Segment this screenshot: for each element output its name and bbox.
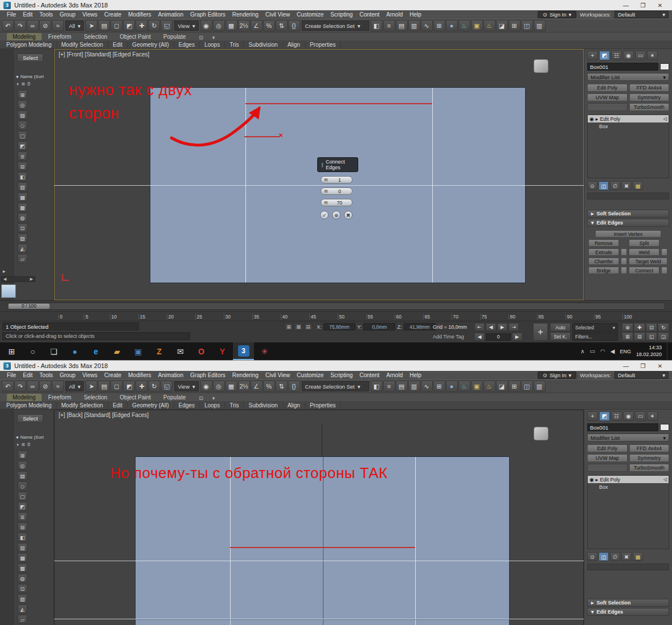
taskbar-store-icon[interactable]: ▣	[128, 342, 149, 360]
next-frame-button[interactable]: ▶	[512, 333, 522, 341]
object-color-swatch[interactable]	[660, 63, 669, 70]
taskbar-opera-icon[interactable]: O	[191, 342, 212, 360]
explorer-icon[interactable]: ◩	[18, 502, 27, 511]
minimize-button[interactable]: —	[617, 363, 634, 369]
toolbar-icon[interactable]: {}	[288, 381, 300, 392]
explorer-icon[interactable]: ▦	[18, 553, 27, 562]
show-end-result-icon[interactable]: ◫	[599, 552, 609, 561]
toolbar-icon[interactable]: ▥	[408, 20, 420, 31]
explorer-icon[interactable]: ◧	[18, 172, 27, 181]
menu-item[interactable]: Arnold	[383, 11, 406, 18]
explorer-icon[interactable]: ▥	[18, 543, 27, 552]
toolbar-icon[interactable]: ◱	[161, 381, 173, 392]
caddy-pinch-field[interactable]: ▤ 0	[321, 187, 353, 195]
menu-item[interactable]: Animation	[155, 11, 187, 18]
modifier-list-dropdown[interactable]: Modifier List ▾	[587, 73, 669, 81]
material-editor-icon[interactable]: ●	[446, 381, 458, 392]
menu-item[interactable]: Create	[101, 11, 125, 18]
modify-tab-icon[interactable]: ◩	[599, 51, 610, 60]
x-coordinate-field[interactable]: 75,80mm	[323, 323, 355, 330]
create-tab-icon[interactable]: +	[587, 411, 598, 421]
toolbar-icon[interactable]: ▤	[396, 381, 408, 392]
toolbar-icon[interactable]: ↻	[148, 20, 160, 31]
toolbar-icon[interactable]: ▤	[396, 20, 408, 31]
explorer-icon[interactable]: ▤	[18, 111, 27, 120]
viewcube[interactable]	[534, 427, 548, 440]
hierarchy-tab-icon[interactable]: ☷	[611, 411, 622, 421]
menu-item[interactable]: Rendering	[229, 11, 262, 18]
ribbon-group[interactable]: Tris	[225, 42, 244, 48]
select-header[interactable]: Select	[17, 414, 43, 423]
modifier-button-edit-poly[interactable]: Edit Poly	[587, 84, 628, 92]
tray-volume-icon[interactable]: ◀	[610, 348, 615, 354]
show-end-result-icon[interactable]: ◫	[599, 181, 609, 190]
menu-item[interactable]: Scripting	[327, 372, 356, 378]
pin-stack-icon[interactable]: ⊙	[587, 552, 597, 561]
display-tab-icon[interactable]: ▭	[635, 411, 646, 421]
toolbar-icon[interactable]: %	[263, 20, 275, 31]
modifier-button-symmetry[interactable]: Symmetry	[629, 93, 670, 101]
explorer-icon[interactable]: ▩	[18, 563, 27, 573]
header-icon[interactable]: ◑	[16, 442, 19, 447]
make-unique-icon[interactable]: ∅	[610, 181, 620, 190]
ribbon-tab-selection[interactable]: Selection	[78, 33, 113, 40]
toolbar-icon[interactable]: 2½	[238, 381, 250, 392]
ribbon-group[interactable]: Polygon Modeling	[2, 42, 57, 48]
explorer-icon[interactable]: ▢	[18, 492, 27, 501]
sign-in-button[interactable]: ⊙ Sign In ▾	[538, 371, 576, 379]
viewport-label[interactable]: [+] [Front] [Standard] [Edged Faces]	[59, 51, 149, 58]
current-frame-field[interactable]: 0	[486, 333, 511, 341]
menu-item[interactable]: Views	[79, 372, 101, 378]
toolbar-icon[interactable]: ◫	[521, 20, 533, 31]
toolbar-icon[interactable]: ∞	[27, 20, 39, 31]
taskbar-task-view-icon[interactable]: ❏	[43, 342, 64, 360]
soft-selection-rollout[interactable]: ▸ Soft Selection	[587, 599, 669, 607]
viewport-nav-icon[interactable]: ✚	[634, 323, 645, 332]
menu-item[interactable]: Civil View	[262, 11, 293, 18]
toolbar-icon[interactable]: ⊞	[433, 381, 445, 392]
menu-item[interactable]: Civil View	[262, 372, 293, 378]
time-slider-track[interactable]: 0 / 100	[7, 303, 665, 310]
ribbon-group[interactable]: Loops	[200, 42, 225, 48]
toolbar-icon[interactable]: ≈	[52, 381, 64, 392]
soft-selection-rollout[interactable]: ▸ Soft Selection	[587, 210, 669, 218]
explorer-icon[interactable]: ⊟	[18, 522, 27, 532]
menu-item[interactable]: Create	[101, 372, 125, 378]
ribbon-group[interactable]: Geometry (All)	[128, 42, 174, 48]
menu-item[interactable]: Modifiers	[125, 11, 155, 18]
ribbon-group[interactable]: Geometry (All)	[128, 402, 174, 409]
viewport-nav-icon[interactable]: ⊕	[622, 323, 633, 332]
hierarchy-tab-icon[interactable]: ☷	[611, 51, 622, 60]
toolbar-icon[interactable]: ▦	[226, 381, 237, 392]
tray-hidden-icons[interactable]: ∧	[580, 348, 584, 354]
modifier-button-turbosmooth[interactable]: TurboSmooth	[629, 103, 670, 111]
toolbar-icon[interactable]: %	[263, 381, 275, 392]
menu-item[interactable]: Customize	[293, 372, 327, 378]
menu-item[interactable]: Help	[406, 372, 425, 378]
ribbon-tab-modeling[interactable]: Modeling	[7, 394, 42, 401]
utilities-tab-icon[interactable]: ✶	[647, 411, 658, 421]
sign-in-button[interactable]: ⊙ Sign In ▾	[538, 11, 576, 18]
object-color-swatch[interactable]	[660, 424, 669, 431]
viewport-nav-icon[interactable]: ↻	[658, 323, 669, 332]
motion-tab-icon[interactable]: ◉	[623, 51, 634, 60]
toolbar-icon[interactable]: ✚	[136, 20, 147, 31]
explorer-icon[interactable]: ≣	[18, 512, 27, 521]
toolbar-icon[interactable]: ◩	[123, 381, 135, 392]
menu-item[interactable]: Tools	[36, 11, 56, 18]
pin-stack-icon[interactable]: ⊙	[587, 181, 597, 190]
toolbar-icon[interactable]: ≡	[383, 20, 395, 31]
rail-expand-icon[interactable]: ▸	[3, 268, 6, 274]
ribbon-group[interactable]: Align	[283, 402, 305, 409]
chamfer-settings-button[interactable]	[621, 258, 627, 265]
name-sort-header[interactable]: ● Name (Sort	[16, 74, 44, 79]
ribbon-minimize-icon[interactable]: ⊡	[197, 35, 205, 40]
ribbon-group[interactable]: Loops	[200, 402, 225, 409]
menu-item[interactable]: File	[3, 11, 19, 18]
explorer-icon[interactable]: ◎	[18, 461, 27, 470]
modifier-button-turbosmooth[interactable]: TurboSmooth	[629, 464, 670, 472]
explorer-icon[interactable]: ▥	[18, 182, 27, 191]
configure-modifier-sets-icon[interactable]: ▦	[633, 181, 643, 190]
toolbar-icon[interactable]: ∞	[27, 381, 39, 392]
visibility-icon[interactable]: ◉	[589, 116, 594, 122]
